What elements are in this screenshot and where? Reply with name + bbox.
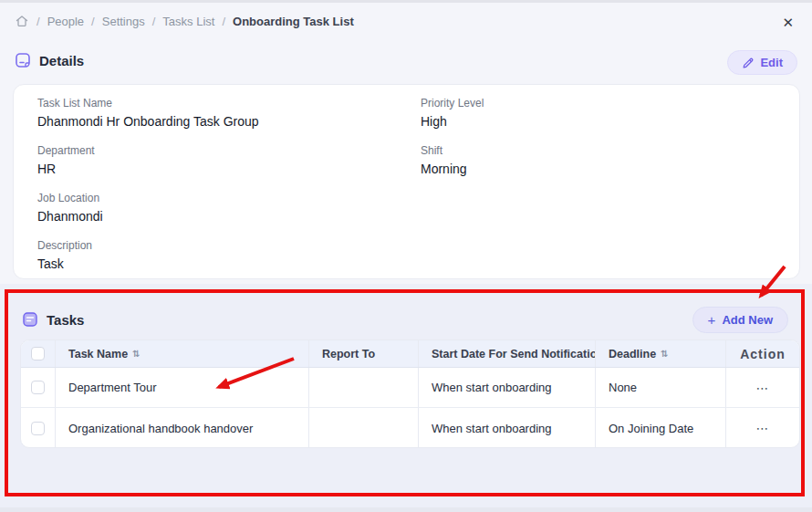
field-job-location: Job Location Dhanmondi (37, 192, 421, 221)
breadcrumb-separator: / (91, 15, 95, 28)
field-task-list-name: Task List Name Dhanmondi Hr Onboarding T… (37, 97, 421, 126)
tasks-section-title: Tasks (47, 312, 84, 328)
header-cell-start-date[interactable]: Start Date For Send Notifications ⇅ (419, 340, 596, 367)
field-label: Shift (421, 144, 776, 157)
field-value: High (421, 114, 776, 129)
column-label: Start Date For Send Notifications (432, 348, 596, 360)
field-value: Task (37, 256, 421, 271)
field-department: Department HR (37, 144, 421, 173)
sort-icon[interactable]: ⇅ (661, 349, 668, 359)
tasks-note-icon (22, 311, 38, 328)
header-cell-report-to: Report To (309, 340, 419, 367)
header-cell-deadline[interactable]: Deadline ⇅ (596, 340, 726, 367)
column-label: Task Name (68, 348, 128, 360)
field-value: Dhanmondi Hr Onboarding Task Group (37, 114, 421, 129)
field-value: Morning (421, 162, 776, 176)
breadcrumb-current-page: Onboarding Task List (233, 15, 354, 28)
row-cell-task-name: Department Tour (56, 368, 309, 407)
breadcrumb-item-settings[interactable]: Settings (102, 15, 145, 28)
header-cell-action: Action (726, 340, 799, 367)
details-card: Task List Name Dhanmondi Hr Onboarding T… (13, 84, 800, 279)
field-value: Dhanmondi (37, 209, 421, 224)
row-checkbox[interactable] (31, 422, 45, 435)
field-label: Job Location (37, 192, 421, 204)
sort-icon[interactable]: ⇅ (132, 349, 140, 359)
row-cell-deadline: None (596, 368, 726, 407)
details-note-icon (15, 52, 31, 68)
breadcrumb-separator: / (152, 15, 156, 28)
details-section-title: Details (39, 53, 84, 68)
header-cell-checkbox (21, 340, 56, 367)
row-cell-start-date: When start onboarding (419, 408, 596, 448)
breadcrumb: / People / Settings / Tasks List / Onboa… (15, 14, 354, 28)
window-bottom-edge (0, 507, 812, 512)
row-cell-deadline: On Joining Date (596, 408, 726, 448)
row-cell-report-to (309, 368, 419, 407)
breadcrumb-item-people[interactable]: People (47, 15, 84, 28)
column-label: Action (740, 347, 786, 361)
row-checkbox[interactable] (31, 381, 45, 394)
edit-button[interactable]: Edit (727, 50, 797, 75)
plus-icon: + (708, 312, 716, 328)
add-new-button-label: Add New (722, 313, 773, 327)
table-row[interactable]: Organizational handbook handover When st… (21, 408, 799, 448)
breadcrumb-separator: / (36, 15, 40, 28)
home-icon[interactable] (15, 14, 29, 28)
field-value: HR (37, 162, 421, 176)
row-cell-checkbox (21, 368, 56, 407)
table-row[interactable]: Department Tour When start onboarding No… (21, 368, 799, 408)
field-label: Description (37, 239, 421, 252)
edit-button-label: Edit (760, 56, 783, 69)
field-label: Task List Name (37, 97, 421, 110)
row-cell-start-date: When start onboarding (419, 368, 596, 407)
field-shift: Shift Morning (421, 144, 776, 173)
details-section-header: Details (15, 52, 84, 68)
breadcrumb-item-tasks-list[interactable]: Tasks List (162, 15, 214, 28)
field-label: Priority Level (421, 97, 776, 110)
column-label: Deadline (609, 348, 656, 360)
close-icon[interactable]: ✕ (782, 16, 794, 29)
pencil-icon (742, 57, 755, 69)
row-cell-report-to (309, 408, 419, 448)
field-description: Description Task (37, 239, 421, 268)
row-action-menu-icon[interactable]: ⋯ (726, 408, 799, 448)
add-new-button[interactable]: + Add New (692, 307, 788, 333)
field-priority-level: Priority Level High (421, 97, 776, 126)
field-label: Department (37, 144, 421, 157)
tasks-table: Task Name ⇅ Report To Start Date For Sen… (20, 340, 800, 448)
column-label: Report To (322, 348, 375, 360)
tasks-section-header: Tasks (22, 311, 84, 328)
table-header-row: Task Name ⇅ Report To Start Date For Sen… (21, 340, 799, 368)
header-cell-task-name[interactable]: Task Name ⇅ (56, 340, 309, 367)
row-action-menu-icon[interactable]: ⋯ (726, 368, 799, 407)
row-cell-checkbox (21, 408, 56, 448)
select-all-checkbox[interactable] (31, 347, 45, 360)
row-cell-task-name: Organizational handbook handover (56, 408, 309, 448)
breadcrumb-separator: / (222, 15, 225, 28)
